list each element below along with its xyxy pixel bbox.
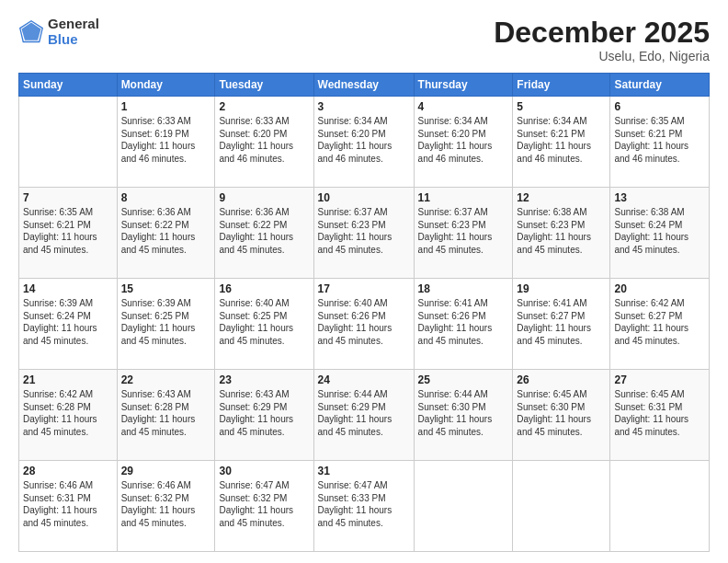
location-subtitle: Uselu, Edo, Nigeria <box>494 49 710 63</box>
day-number-31: 31 <box>318 465 410 477</box>
day-info-8: Sunrise: 6:36 AM Sunset: 6:22 PM Dayligh… <box>121 206 211 256</box>
day-info-16: Sunrise: 6:40 AM Sunset: 6:25 PM Dayligh… <box>219 297 309 347</box>
calendar-cell-w2-d6: 13Sunrise: 6:38 AM Sunset: 6:24 PM Dayli… <box>610 188 710 279</box>
day-number-5: 5 <box>517 100 606 113</box>
calendar-cell-w1-d6: 6Sunrise: 6:35 AM Sunset: 6:21 PM Daylig… <box>610 97 710 188</box>
day-info-20: Sunrise: 6:42 AM Sunset: 6:27 PM Dayligh… <box>614 297 705 347</box>
calendar-cell-w5-d5 <box>513 461 610 552</box>
calendar-cell-w5-d0: 28Sunrise: 6:46 AM Sunset: 6:31 PM Dayli… <box>19 461 118 552</box>
week-row-2: 7Sunrise: 6:35 AM Sunset: 6:21 PM Daylig… <box>19 188 710 279</box>
day-number-10: 10 <box>318 191 410 204</box>
logo: General Blue <box>18 17 99 47</box>
calendar-cell-w4-d3: 24Sunrise: 6:44 AM Sunset: 6:29 PM Dayli… <box>313 370 414 461</box>
day-number-24: 24 <box>318 373 410 386</box>
day-number-9: 9 <box>219 191 309 204</box>
header-sunday: Sunday <box>19 74 118 97</box>
day-number-28: 28 <box>23 465 113 477</box>
calendar-cell-w1-d4: 4Sunrise: 6:34 AM Sunset: 6:20 PM Daylig… <box>414 97 513 188</box>
header-friday: Friday <box>513 74 610 97</box>
day-info-26: Sunrise: 6:45 AM Sunset: 6:30 PM Dayligh… <box>517 388 606 438</box>
day-info-5: Sunrise: 6:34 AM Sunset: 6:21 PM Dayligh… <box>517 115 606 165</box>
calendar-cell-w3-d5: 19Sunrise: 6:41 AM Sunset: 6:27 PM Dayli… <box>513 279 610 370</box>
week-row-5: 28Sunrise: 6:46 AM Sunset: 6:31 PM Dayli… <box>19 461 710 552</box>
day-number-18: 18 <box>418 282 509 295</box>
logo-blue-text: Blue <box>48 32 99 48</box>
day-info-1: Sunrise: 6:33 AM Sunset: 6:19 PM Dayligh… <box>121 115 211 165</box>
week-row-4: 21Sunrise: 6:42 AM Sunset: 6:28 PM Dayli… <box>19 370 710 461</box>
calendar-cell-w4-d4: 25Sunrise: 6:44 AM Sunset: 6:30 PM Dayli… <box>414 370 513 461</box>
calendar-cell-w2-d0: 7Sunrise: 6:35 AM Sunset: 6:21 PM Daylig… <box>19 188 118 279</box>
header: General Blue December 2025 Uselu, Edo, N… <box>18 17 710 63</box>
month-title: December 2025 <box>494 17 710 49</box>
calendar-cell-w3-d0: 14Sunrise: 6:39 AM Sunset: 6:24 PM Dayli… <box>19 279 118 370</box>
calendar-cell-w1-d5: 5Sunrise: 6:34 AM Sunset: 6:21 PM Daylig… <box>513 97 610 188</box>
logo-text: General Blue <box>48 17 99 47</box>
day-number-21: 21 <box>23 373 113 386</box>
day-number-17: 17 <box>318 282 410 295</box>
calendar-body: 1Sunrise: 6:33 AM Sunset: 6:19 PM Daylig… <box>19 97 710 552</box>
day-info-3: Sunrise: 6:34 AM Sunset: 6:20 PM Dayligh… <box>318 115 410 165</box>
day-number-12: 12 <box>517 191 606 204</box>
calendar-cell-w2-d2: 9Sunrise: 6:36 AM Sunset: 6:22 PM Daylig… <box>215 188 313 279</box>
day-info-24: Sunrise: 6:44 AM Sunset: 6:29 PM Dayligh… <box>318 388 410 438</box>
day-info-7: Sunrise: 6:35 AM Sunset: 6:21 PM Dayligh… <box>23 206 113 256</box>
day-info-14: Sunrise: 6:39 AM Sunset: 6:24 PM Dayligh… <box>23 297 113 347</box>
week-row-1: 1Sunrise: 6:33 AM Sunset: 6:19 PM Daylig… <box>19 97 710 188</box>
day-number-8: 8 <box>121 191 211 204</box>
calendar-cell-w3-d6: 20Sunrise: 6:42 AM Sunset: 6:27 PM Dayli… <box>610 279 710 370</box>
day-number-29: 29 <box>121 465 211 477</box>
day-number-23: 23 <box>219 373 309 386</box>
day-number-7: 7 <box>23 191 113 204</box>
day-info-2: Sunrise: 6:33 AM Sunset: 6:20 PM Dayligh… <box>219 115 309 165</box>
day-number-19: 19 <box>517 282 606 295</box>
day-number-25: 25 <box>418 373 509 386</box>
header-row: Sunday Monday Tuesday Wednesday Thursday… <box>19 74 710 97</box>
day-number-14: 14 <box>23 282 113 295</box>
day-info-29: Sunrise: 6:46 AM Sunset: 6:32 PM Dayligh… <box>121 479 211 529</box>
day-info-22: Sunrise: 6:43 AM Sunset: 6:28 PM Dayligh… <box>121 388 211 438</box>
week-row-3: 14Sunrise: 6:39 AM Sunset: 6:24 PM Dayli… <box>19 279 710 370</box>
day-info-23: Sunrise: 6:43 AM Sunset: 6:29 PM Dayligh… <box>219 388 309 438</box>
day-number-26: 26 <box>517 373 606 386</box>
calendar-cell-w3-d4: 18Sunrise: 6:41 AM Sunset: 6:26 PM Dayli… <box>414 279 513 370</box>
header-saturday: Saturday <box>610 74 710 97</box>
day-info-13: Sunrise: 6:38 AM Sunset: 6:24 PM Dayligh… <box>614 206 705 256</box>
day-info-19: Sunrise: 6:41 AM Sunset: 6:27 PM Dayligh… <box>517 297 606 347</box>
calendar-cell-w5-d6 <box>610 461 710 552</box>
day-info-21: Sunrise: 6:42 AM Sunset: 6:28 PM Dayligh… <box>23 388 113 438</box>
day-info-15: Sunrise: 6:39 AM Sunset: 6:25 PM Dayligh… <box>121 297 211 347</box>
calendar-header: Sunday Monday Tuesday Wednesday Thursday… <box>19 74 710 97</box>
day-info-11: Sunrise: 6:37 AM Sunset: 6:23 PM Dayligh… <box>418 206 509 256</box>
calendar-cell-w3-d1: 15Sunrise: 6:39 AM Sunset: 6:25 PM Dayli… <box>117 279 215 370</box>
calendar-cell-w1-d1: 1Sunrise: 6:33 AM Sunset: 6:19 PM Daylig… <box>117 97 215 188</box>
logo-icon <box>18 19 44 45</box>
calendar-cell-w1-d0 <box>19 97 118 188</box>
day-number-1: 1 <box>121 100 211 113</box>
day-info-12: Sunrise: 6:38 AM Sunset: 6:23 PM Dayligh… <box>517 206 606 256</box>
day-number-6: 6 <box>614 100 705 113</box>
calendar-cell-w1-d2: 2Sunrise: 6:33 AM Sunset: 6:20 PM Daylig… <box>215 97 313 188</box>
day-number-4: 4 <box>418 100 509 113</box>
title-area: December 2025 Uselu, Edo, Nigeria <box>494 17 710 63</box>
calendar-cell-w2-d1: 8Sunrise: 6:36 AM Sunset: 6:22 PM Daylig… <box>117 188 215 279</box>
day-number-22: 22 <box>121 373 211 386</box>
calendar-cell-w5-d1: 29Sunrise: 6:46 AM Sunset: 6:32 PM Dayli… <box>117 461 215 552</box>
day-info-27: Sunrise: 6:45 AM Sunset: 6:31 PM Dayligh… <box>614 388 705 438</box>
header-thursday: Thursday <box>414 74 513 97</box>
day-number-3: 3 <box>318 100 410 113</box>
calendar-cell-w4-d2: 23Sunrise: 6:43 AM Sunset: 6:29 PM Dayli… <box>215 370 313 461</box>
calendar-cell-w4-d0: 21Sunrise: 6:42 AM Sunset: 6:28 PM Dayli… <box>19 370 118 461</box>
day-number-2: 2 <box>219 100 309 113</box>
calendar-cell-w3-d2: 16Sunrise: 6:40 AM Sunset: 6:25 PM Dayli… <box>215 279 313 370</box>
day-info-9: Sunrise: 6:36 AM Sunset: 6:22 PM Dayligh… <box>219 206 309 256</box>
calendar-cell-w2-d5: 12Sunrise: 6:38 AM Sunset: 6:23 PM Dayli… <box>513 188 610 279</box>
header-tuesday: Tuesday <box>215 74 313 97</box>
page: General Blue December 2025 Uselu, Edo, N… <box>0 0 728 563</box>
day-info-31: Sunrise: 6:47 AM Sunset: 6:33 PM Dayligh… <box>318 479 410 529</box>
header-wednesday: Wednesday <box>313 74 414 97</box>
calendar-cell-w2-d3: 10Sunrise: 6:37 AM Sunset: 6:23 PM Dayli… <box>313 188 414 279</box>
calendar-table: Sunday Monday Tuesday Wednesday Thursday… <box>18 73 710 552</box>
day-info-6: Sunrise: 6:35 AM Sunset: 6:21 PM Dayligh… <box>614 115 705 165</box>
day-info-18: Sunrise: 6:41 AM Sunset: 6:26 PM Dayligh… <box>418 297 509 347</box>
calendar-cell-w4-d5: 26Sunrise: 6:45 AM Sunset: 6:30 PM Dayli… <box>513 370 610 461</box>
